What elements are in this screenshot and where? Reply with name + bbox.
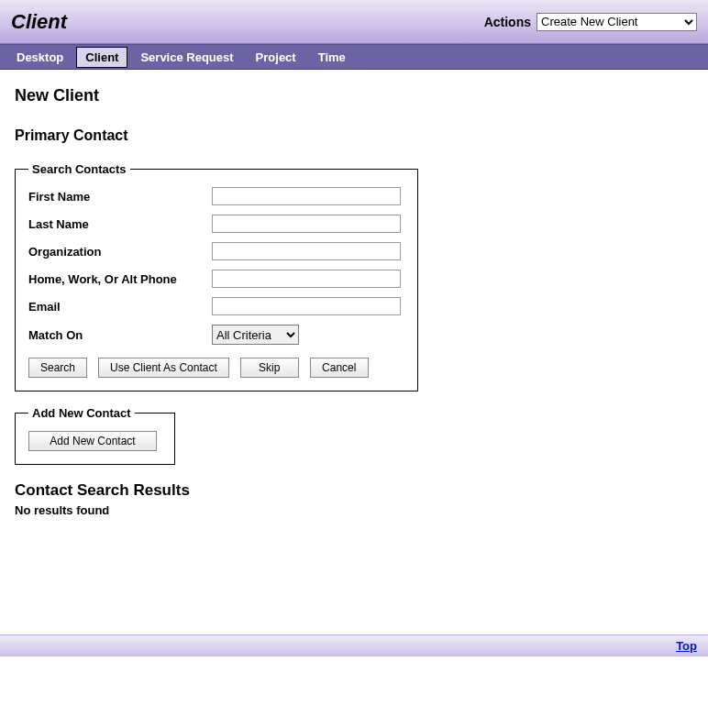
input-phone[interactable] xyxy=(212,270,401,288)
results-heading: Contact Search Results xyxy=(15,481,693,500)
nav-bar: Desktop Client Service Request Project T… xyxy=(0,44,708,70)
content-area: New Client Primary Contact Search Contac… xyxy=(0,70,708,524)
select-match-on[interactable]: All Criteria xyxy=(212,325,299,345)
label-last-name: Last Name xyxy=(28,217,212,231)
nav-project[interactable]: Project xyxy=(247,47,305,68)
row-match-on: Match On All Criteria xyxy=(28,325,404,345)
input-organization[interactable] xyxy=(212,242,401,260)
nav-service-request[interactable]: Service Request xyxy=(131,47,242,68)
header-bar: Client Actions Create New Client xyxy=(0,0,708,44)
actions-wrap: Actions Create New Client xyxy=(484,13,697,31)
row-first-name: First Name xyxy=(28,187,404,205)
row-organization: Organization xyxy=(28,242,404,260)
search-button[interactable]: Search xyxy=(28,358,87,378)
top-link[interactable]: Top xyxy=(676,639,697,653)
app-title: Client xyxy=(11,10,67,34)
skip-button[interactable]: Skip xyxy=(240,358,299,378)
page-title: New Client xyxy=(15,86,693,105)
nav-desktop[interactable]: Desktop xyxy=(7,47,72,68)
label-organization: Organization xyxy=(28,245,212,259)
primary-contact-heading: Primary Contact xyxy=(15,127,693,144)
label-phone: Home, Work, Or Alt Phone xyxy=(28,272,212,286)
use-client-as-contact-button[interactable]: Use Client As Contact xyxy=(98,358,229,378)
add-new-contact-legend: Add New Contact xyxy=(28,406,135,420)
row-last-name: Last Name xyxy=(28,215,404,233)
nav-client[interactable]: Client xyxy=(76,47,127,68)
label-email: Email xyxy=(28,300,212,314)
label-first-name: First Name xyxy=(28,190,212,204)
row-phone: Home, Work, Or Alt Phone xyxy=(28,270,404,288)
add-new-contact-fieldset: Add New Contact Add New Contact xyxy=(15,406,175,465)
label-match-on: Match On xyxy=(28,328,212,342)
no-results-text: No results found xyxy=(15,503,693,517)
search-button-row: Search Use Client As Contact Skip Cancel xyxy=(28,358,404,378)
add-new-contact-button[interactable]: Add New Contact xyxy=(28,431,157,451)
search-contacts-fieldset: Search Contacts First Name Last Name Org… xyxy=(15,162,418,392)
input-last-name[interactable] xyxy=(212,215,401,233)
search-contacts-legend: Search Contacts xyxy=(28,162,130,176)
row-email: Email xyxy=(28,297,404,315)
actions-select[interactable]: Create New Client xyxy=(537,13,697,31)
input-first-name[interactable] xyxy=(212,187,401,205)
actions-label: Actions xyxy=(484,15,531,29)
cancel-button[interactable]: Cancel xyxy=(310,358,369,378)
input-email[interactable] xyxy=(212,297,401,315)
footer-bar: Top xyxy=(0,634,708,656)
nav-time[interactable]: Time xyxy=(309,47,355,68)
